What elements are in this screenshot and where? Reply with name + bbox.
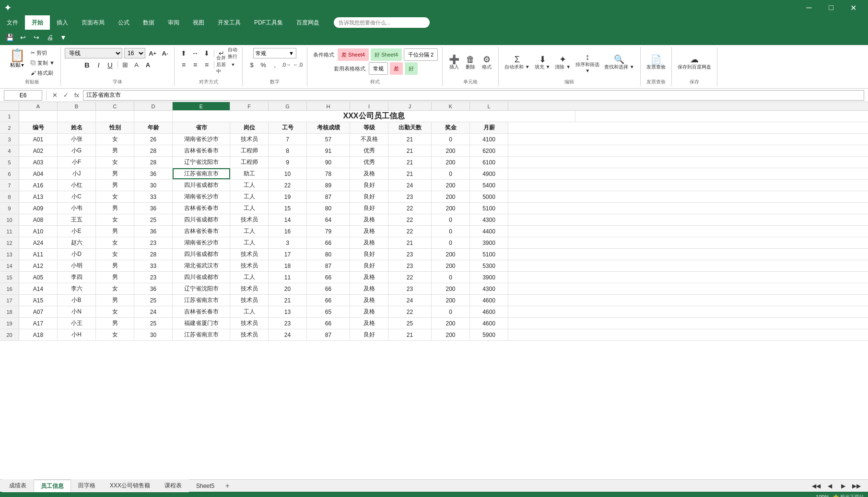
- tab-file[interactable]: 文件: [0, 15, 25, 30]
- delete-cell-button[interactable]: 🗑删除: [463, 54, 478, 71]
- minimize-button[interactable]: ─: [798, 0, 820, 15]
- cell-l4[interactable]: 6200: [470, 145, 508, 156]
- cell-a20[interactable]: A18: [19, 329, 58, 340]
- fill-button[interactable]: ⬇填充 ▼: [533, 54, 552, 71]
- scroll-prev-button[interactable]: ◀: [824, 480, 835, 492]
- cell-i9[interactable]: 良好: [350, 203, 388, 214]
- cell-a14[interactable]: A12: [19, 260, 58, 271]
- row-num-16[interactable]: 16: [0, 283, 19, 294]
- cell-d9[interactable]: 36: [134, 203, 173, 214]
- cell-a18[interactable]: A07: [19, 306, 58, 317]
- cell-b20[interactable]: 小H: [58, 329, 96, 340]
- font-size-selector[interactable]: 16: [124, 48, 145, 58]
- cell-b3[interactable]: 小张: [58, 134, 96, 145]
- cell-a4[interactable]: A02: [19, 145, 58, 156]
- cell-h4[interactable]: 91: [307, 145, 350, 156]
- cell-h19[interactable]: 66: [307, 318, 350, 329]
- cell-d1[interactable]: [134, 111, 173, 122]
- cell-d10[interactable]: 25: [134, 214, 173, 225]
- cell-c13[interactable]: 女: [96, 249, 134, 260]
- align-right-button[interactable]: ≡: [201, 59, 212, 70]
- cell-a15[interactable]: A05: [19, 272, 58, 283]
- cell-f12[interactable]: 工人: [230, 237, 269, 248]
- cell-a17[interactable]: A15: [19, 295, 58, 306]
- cell-h3[interactable]: 57: [307, 134, 350, 145]
- cell-c12[interactable]: 女: [96, 237, 134, 248]
- increase-font-button[interactable]: A+: [147, 48, 158, 58]
- cell-f7[interactable]: 工人: [230, 180, 269, 191]
- formula-input[interactable]: [83, 90, 864, 101]
- cell-l12[interactable]: 3900: [470, 237, 508, 248]
- cell-a12[interactable]: A24: [19, 237, 58, 248]
- bold-button[interactable]: B: [82, 59, 93, 70]
- cell-i7[interactable]: 良好: [350, 180, 388, 191]
- col-header-d[interactable]: D: [134, 102, 173, 110]
- cell-k18[interactable]: 0: [432, 306, 470, 317]
- cell-j3[interactable]: 21: [388, 134, 432, 145]
- cell-e3[interactable]: 湖南省长沙市: [173, 134, 230, 145]
- cell-a9[interactable]: A09: [19, 203, 58, 214]
- cell-c9[interactable]: 男: [96, 203, 134, 214]
- cell-e18[interactable]: 吉林省长春市: [173, 306, 230, 317]
- cell-b1[interactable]: [58, 111, 96, 122]
- cell-f15[interactable]: 工人: [230, 272, 269, 283]
- row-num-9[interactable]: 9: [0, 203, 19, 214]
- sheet-tab-sales[interactable]: XXX公司销售额: [103, 479, 157, 492]
- cell-e13[interactable]: 四川省成都市: [173, 249, 230, 260]
- col-header-e[interactable]: E: [173, 102, 230, 110]
- cell-d17[interactable]: 25: [134, 295, 173, 306]
- cell-f9[interactable]: 工人: [230, 203, 269, 214]
- fill-color-button[interactable]: A: [131, 59, 142, 70]
- cell-k10[interactable]: 0: [432, 214, 470, 225]
- cell-h20[interactable]: 87: [307, 329, 350, 340]
- cell-b6[interactable]: 小J: [58, 168, 96, 179]
- row-num-7[interactable]: 7: [0, 180, 19, 191]
- row-num-17[interactable]: 17: [0, 295, 19, 306]
- cell-h6[interactable]: 78: [307, 168, 350, 179]
- cell-g15[interactable]: 11: [269, 272, 307, 283]
- cell-d11[interactable]: 36: [134, 226, 173, 237]
- search-input[interactable]: [334, 17, 430, 28]
- format-painter-button[interactable]: 🖌 格式刷: [29, 68, 57, 78]
- cell-f11[interactable]: 工人: [230, 226, 269, 237]
- cell-j12[interactable]: 21: [388, 237, 432, 248]
- cell-k6[interactable]: 0: [432, 168, 470, 179]
- cell-h14[interactable]: 87: [307, 260, 350, 271]
- cell-l20[interactable]: 5900: [470, 329, 508, 340]
- cell-k15[interactable]: 0: [432, 272, 470, 283]
- cell-f18[interactable]: 工人: [230, 306, 269, 317]
- cell-h5[interactable]: 90: [307, 157, 350, 168]
- cell-k14[interactable]: 200: [432, 260, 470, 271]
- cell-d4[interactable]: 28: [134, 145, 173, 156]
- cell-l19[interactable]: 4600: [470, 318, 508, 329]
- cell-l3[interactable]: 4100: [470, 134, 508, 145]
- cell-c15[interactable]: 男: [96, 272, 134, 283]
- cell-a13[interactable]: A11: [19, 249, 58, 260]
- cell-f6[interactable]: 助工: [230, 168, 269, 179]
- cell-d16[interactable]: 36: [134, 283, 173, 294]
- tab-data[interactable]: 数据: [136, 15, 161, 30]
- cell-e16[interactable]: 辽宁省沈阳市: [173, 283, 230, 294]
- style-sheet4-good[interactable]: 好 Sheet4: [371, 48, 402, 61]
- style-good[interactable]: 好: [405, 62, 418, 75]
- row-num-13[interactable]: 13: [0, 249, 19, 260]
- cell-g20[interactable]: 24: [269, 329, 307, 340]
- cell-a11[interactable]: A10: [19, 226, 58, 237]
- border-button[interactable]: ⊞: [120, 59, 130, 70]
- cell-h2[interactable]: 考核成绩: [307, 122, 350, 133]
- cell-h16[interactable]: 66: [307, 283, 350, 294]
- cell-c2[interactable]: 性别: [96, 122, 134, 133]
- cell-i17[interactable]: 及格: [350, 295, 388, 306]
- row-num-4[interactable]: 4: [0, 145, 19, 156]
- cell-f10[interactable]: 技术员: [230, 214, 269, 225]
- cell-d3[interactable]: 26: [134, 134, 173, 145]
- clear-button[interactable]: ✦清除 ▼: [553, 54, 573, 71]
- cell-i11[interactable]: 及格: [350, 226, 388, 237]
- cell-k2[interactable]: 奖金: [432, 122, 470, 133]
- cell-f17[interactable]: 技术员: [230, 295, 269, 306]
- scroll-right-button[interactable]: ▶▶: [851, 480, 862, 492]
- cell-i13[interactable]: 良好: [350, 249, 388, 260]
- cell-a6[interactable]: A04: [19, 168, 58, 179]
- cell-d14[interactable]: 33: [134, 260, 173, 271]
- cell-c16[interactable]: 女: [96, 283, 134, 294]
